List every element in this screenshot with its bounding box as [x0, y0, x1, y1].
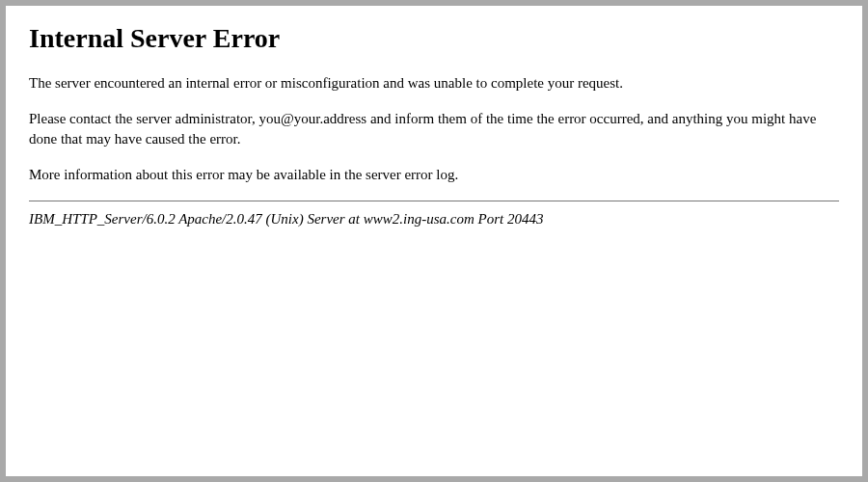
- error-page: Internal Server Error The server encount…: [6, 6, 862, 476]
- error-description-2: Please contact the server administrator,…: [29, 109, 839, 149]
- error-description-3: More information about this error may be…: [29, 165, 839, 185]
- server-signature: IBM_HTTP_Server/6.0.2 Apache/2.0.47 (Uni…: [29, 211, 839, 228]
- page-title: Internal Server Error: [29, 23, 839, 54]
- error-description-1: The server encountered an internal error…: [29, 73, 839, 94]
- divider: [29, 201, 839, 201]
